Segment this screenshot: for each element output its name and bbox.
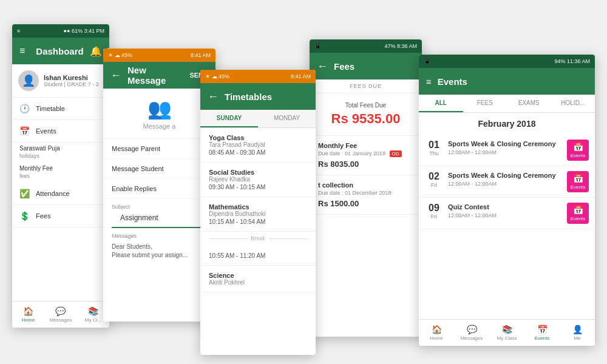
events-nav-home[interactable]: 🏠 Home (419, 325, 454, 341)
break-line-right (269, 238, 307, 239)
dollar-icon: 💲 (19, 211, 30, 221)
events-badge-label-02: Events (571, 184, 585, 190)
status-right: ●● 61% 3:41 PM (64, 28, 104, 34)
new-message-screen: ☀ ☁ 45% 8:41 AM ← New Message SEND 👥 Mes… (103, 49, 215, 322)
bell-icon[interactable]: 🔔 (90, 46, 102, 57)
menu-item-events[interactable]: 📅 Events (12, 120, 109, 143)
tt-status-left: ☀ ☁ 45% (205, 73, 229, 79)
yoga-subject: Yoga Class (209, 134, 307, 141)
message-parent-option[interactable]: Message Parent (103, 139, 215, 159)
tt-title: Timetables (225, 92, 308, 102)
event-date-09: 09 Fri (425, 203, 443, 224)
day-tabs: SUNDAY MONDAY (200, 110, 316, 128)
menu-icon[interactable]: ≡ (19, 46, 25, 56)
events-badge-icon-01: 📅 (573, 142, 583, 152)
events-status-right: 94% 11:36 AM (554, 58, 590, 64)
check-icon: ✅ (19, 189, 30, 198)
event-day-name-09: Fri (431, 214, 438, 220)
ev-msg-icon: 💬 (467, 325, 477, 334)
break-row: Break (200, 232, 316, 245)
scene: ≡ ●● 61% 3:41 PM ≡ Dashboard 🔔 ⊞ 👤 Ishan… (6, 6, 601, 358)
ev-class-icon: 📚 (502, 325, 512, 334)
tab-holid[interactable]: HOLID... (551, 95, 595, 112)
fees-due-header: FEES DUE (310, 79, 422, 93)
fee-item-collection: t collection Due date : 01 December 2018… (310, 175, 422, 215)
user-info: 👤 Ishan Kureshi Student | GRADE 7 - 2 (12, 64, 109, 98)
tt-break-time: 10:55 AM - 11:20 AM (200, 245, 316, 266)
timetable-screen: ☀ ☁ 45% 8:41 AM ← Timetables SUNDAY MOND… (200, 70, 316, 355)
message-student-option[interactable]: Message Student (103, 159, 215, 179)
yoga-teacher: Tara Prasad Paudyal (209, 141, 307, 148)
event-badge-01: 📅 Events (567, 140, 589, 161)
dashboard-bottom-nav: 🏠 Home 💬 Messages 📚 My Cl... (12, 301, 109, 328)
nm-header: ← New Message SEND (103, 62, 215, 89)
event-time-01: 12:00AM - 12:00AM (448, 149, 562, 155)
ev-class-label: My Class (497, 335, 517, 341)
message-icon: 💬 (55, 306, 66, 316)
ev-me-label: Me (574, 335, 580, 341)
fee-name-collection: t collection (318, 181, 413, 189)
fees-back-icon[interactable]: ← (317, 60, 328, 73)
event-tabs: ALL FEES EXAMS HOLID... (419, 95, 595, 113)
back-icon[interactable]: ← (110, 69, 121, 82)
events-nav-messages[interactable]: 💬 Messages (454, 325, 489, 341)
myclass-label: My Cl... (85, 317, 101, 323)
yoga-time: 08:45 AM - 09:30 AM (209, 149, 307, 156)
tt-entry-science: Science Akriti Pokhrel (200, 266, 316, 292)
tt-header: ← Timetables (200, 83, 316, 110)
menu-item-attendance[interactable]: ✅ Attendance (12, 183, 109, 205)
fees-title: Fees (334, 61, 415, 72)
total-label: Total Fees Due (318, 102, 413, 109)
monthly-fee: Monthly Fee (12, 163, 109, 173)
attendance-label: Attendance (36, 190, 70, 197)
events-title: Events (438, 76, 588, 87)
sunday-tab[interactable]: SUNDAY (200, 110, 258, 127)
user-text: Ishan Kureshi Student | GRADE 7 - 2 (44, 74, 99, 87)
tt-back-icon[interactable]: ← (208, 90, 219, 103)
total-amount: Rs 9535.00 (318, 111, 413, 127)
dashboard-status-bar: ≡ ●● 61% 3:41 PM (12, 24, 109, 38)
event-badge-02: 📅 Events (567, 171, 589, 192)
events-badge-label-09: Events (571, 216, 585, 221)
total-fees-section: Total Fees Due Rs 9535.00 (310, 93, 422, 136)
event-time-09: 12:00AM - 12:00AM (448, 212, 562, 218)
event-title-01: Sports Week & Closing Ceremony (448, 140, 562, 148)
events-badge-icon-02: 📅 (573, 174, 583, 183)
fees-label: Fees (36, 212, 50, 220)
tab-exams[interactable]: EXAMS (507, 95, 551, 112)
events-status-bar: 📱 94% 11:36 AM (419, 55, 595, 68)
subject-label: Subject (103, 199, 215, 211)
fee-due-collection: Due date : 01 December 2018 OD (318, 190, 413, 197)
message-avatar-area: 👥 Message a (103, 89, 215, 139)
dashboard-screen: ≡ ●● 61% 3:41 PM ≡ Dashboard 🔔 ⊞ 👤 Ishan… (12, 24, 109, 328)
message-a-label: Message a (143, 123, 176, 130)
avatar: 👤 (18, 70, 39, 91)
nav-home[interactable]: 🏠 Home (12, 306, 44, 323)
home-icon: 🏠 (23, 306, 33, 316)
events-nav-me[interactable]: 👤 Me (560, 325, 595, 341)
dashboard-title: Dashboard (36, 46, 83, 56)
messages-content[interactable]: Dear Students,Please submit your assign.… (103, 240, 215, 262)
fees-status-left: 📱 (314, 43, 321, 49)
event-row-01: 01 Thu Sports Week & Closing Ceremony 12… (419, 135, 595, 166)
social-subject: Social Studies (209, 169, 307, 176)
menu-item-timetable[interactable]: 🕐 Timetable (12, 98, 109, 120)
tab-fees[interactable]: FEES (463, 95, 507, 112)
ev-msg-label: Messages (461, 335, 483, 341)
nm-status-bar: ☀ ☁ 45% 8:41 AM (103, 49, 215, 62)
nav-messages[interactable]: 💬 Messages (44, 306, 76, 323)
enable-replies-option[interactable]: Enable Replies (103, 179, 215, 199)
events-bottom-nav: 🏠 Home 💬 Messages 📚 My Class 📅 Events 👤 … (419, 319, 595, 346)
events-menu-icon[interactable]: ≡ (426, 76, 432, 87)
math-teacher: Dipendra Budhathoki (209, 211, 307, 217)
break-line-left (209, 238, 247, 239)
events-nav-events[interactable]: 📅 Events (524, 325, 560, 341)
subject-field[interactable]: Assignment (112, 211, 207, 228)
monday-tab[interactable]: MONDAY (258, 110, 316, 127)
fee-amount-monthly: Rs 8035.00 (318, 160, 413, 169)
menu-item-fees[interactable]: 💲 Fees (12, 205, 109, 228)
events-nav-myclass[interactable]: 📚 My Class (489, 325, 524, 341)
tab-all[interactable]: ALL (419, 95, 463, 112)
event-row-02: 02 Fri Sports Week & Closing Ceremony 12… (419, 166, 595, 198)
month-header: February 2018 (419, 113, 595, 135)
